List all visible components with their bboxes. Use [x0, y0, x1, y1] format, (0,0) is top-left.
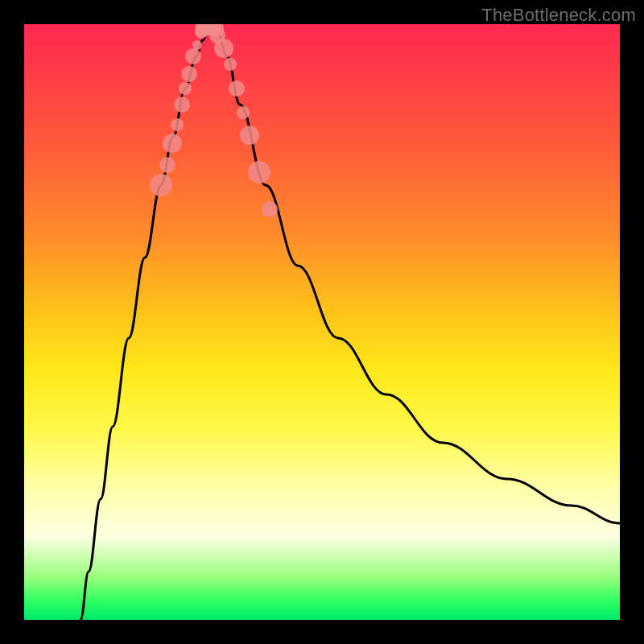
chart-svg: [24, 24, 620, 620]
curve-right-branch: [209, 27, 620, 523]
scatter-dot: [248, 161, 270, 184]
watermark-text: TheBottleneck.com: [481, 5, 636, 26]
scatter-dot: [214, 39, 233, 58]
scatter-dot: [181, 66, 197, 82]
scatter-dot: [179, 82, 192, 95]
chart-frame: TheBottleneck.com: [0, 0, 644, 644]
scatter-dot: [159, 157, 175, 173]
curve-left-branch: [80, 27, 209, 620]
scatter-dot: [262, 201, 278, 217]
plot-area: [24, 24, 620, 620]
scatter-dot: [174, 97, 190, 113]
scatter-dot: [150, 174, 172, 196]
scatter-dots: [150, 24, 278, 217]
scatter-dot: [224, 58, 237, 71]
scatter-dot: [229, 80, 245, 97]
scatter-dot: [237, 106, 250, 119]
scatter-dot: [171, 118, 184, 131]
scatter-dot: [163, 134, 182, 153]
scatter-dot: [192, 40, 202, 50]
scatter-dot: [185, 48, 201, 64]
scatter-dot: [240, 126, 259, 145]
